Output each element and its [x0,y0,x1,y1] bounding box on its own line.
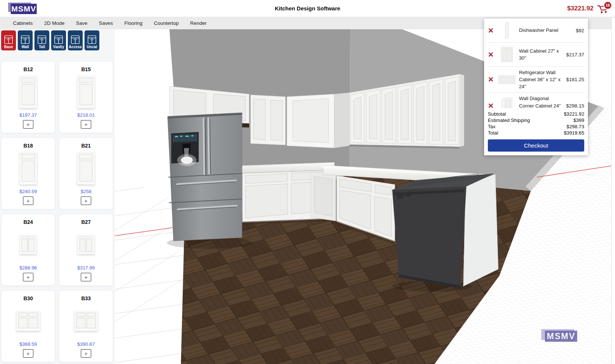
cabinet-icon [71,35,80,44]
water-dispenser [171,132,199,166]
canvas-scrollbar[interactable] [611,18,615,364]
remove-item-icon[interactable]: ✕ [488,50,495,59]
category-access[interactable]: Access [68,30,83,50]
category-uncat[interactable]: Uncat [85,30,99,50]
cabinet-icon [54,35,63,44]
cart-item-name: Wall Cabinet 27" x 30" [519,47,563,62]
cabinet-icon [87,35,96,44]
cabinet-price: $240.59 [20,189,37,194]
menu-item-cabinets[interactable]: Cabinets [13,20,33,26]
catalog-card-b18: B18 $240.59 + [1,138,55,209]
cart-item-thumbnail [498,97,516,108]
cabinet-price: $218.01 [77,112,95,118]
cabinet-thumbnail [74,311,98,331]
catalog-card-b30: B30 $369.59 + [1,290,55,362]
summary-label: Subtotal [488,111,506,117]
cabinet-icon [4,35,13,44]
category-tabs: Base Wall Tall Vanity Access Uncat [1,30,99,50]
menu-item-countertop[interactable]: Countertop [154,20,179,26]
cart-item-price: $217.37 [566,52,584,57]
cart-item-thumbnail [498,22,516,39]
dishwasher[interactable] [392,173,498,292]
cabinet-thumbnail [20,235,37,254]
cabinet-price: $197.37 [20,112,37,118]
add-to-cart-button[interactable]: + [23,349,33,358]
remove-item-icon[interactable]: ✕ [488,75,495,84]
add-to-cart-button[interactable]: + [81,196,91,205]
kitchen-design-app: MSMV MSMV Kitchen Design Software $3221.… [0,0,615,364]
cabinet-price: $288.96 [20,265,37,271]
add-to-cart-button[interactable]: + [81,120,91,129]
menu-item-flooring[interactable]: Flooring [124,20,142,26]
summary-label: Estimated Shipping [488,117,530,123]
cabinet-thumbnail [77,76,95,108]
add-to-cart-button[interactable]: + [81,349,91,358]
cabinet-name: B24 [23,219,33,225]
menu-item-render[interactable]: Render [190,20,206,26]
cart-item-row: ✕ Refrigerator Wall Cabinet 36" x 12" x … [488,67,584,93]
watermark-logo: MSMV [541,329,577,342]
wall-diagonal-corner-cabinet[interactable] [287,93,350,148]
category-wall[interactable]: Wall [18,30,33,50]
cart-item-thumbnail [498,46,516,63]
add-to-cart-button[interactable]: + [23,273,33,281]
wall-cabinets-left[interactable] [251,95,285,145]
cabinet-thumbnail [19,76,37,108]
menu-item-2d-mode[interactable]: 2D Mode [44,20,65,26]
cart-item-name: Refrigerator Wall Cabinet 36" x 12" x 24… [519,69,563,90]
cart-item-price: $181.25 [566,77,584,82]
catalog-card-b15: B15 $218.01 + [59,61,113,133]
cart-icon[interactable]: 16 [597,3,609,14]
cabinet-name: B33 [81,295,91,301]
cart-count-badge: 16 [604,1,612,10]
summary-value: $3919.65 [564,130,584,136]
catalog-sidebar: Base Wall Tall Vanity Access Uncat [0,29,115,364]
summary-label: Total [488,130,498,136]
category-vanity[interactable]: Vanity [51,30,66,50]
cabinet-name: B18 [23,143,33,149]
cabinet-icon [21,35,30,44]
catalog-card-b12: B12 $197.37 + [1,61,55,133]
cabinet-name: B30 [23,295,33,301]
cart-item-name: Dishwasher Panel [519,27,573,34]
cart-summary[interactable]: $3221.92 16 [567,0,609,17]
cabinet-thumbnail [16,311,40,331]
menu-item-save[interactable]: Save [76,20,87,26]
checkout-button[interactable]: Checkout [488,139,584,152]
remove-item-icon[interactable]: ✕ [488,26,495,35]
add-to-cart-button[interactable]: + [23,196,33,205]
cabinet-price: $317.99 [77,265,95,271]
summary-value: $3221.92 [564,111,584,117]
cart-item-row: ✕ Wall Diagonal Corner Cabinet 24" x 30"… [488,93,584,108]
summary-value: $399 [573,117,584,123]
catalog-card-b21: B21 $258 + [59,138,113,209]
cabinet-thumbnail [77,235,95,254]
watermark-logo-text: MSMV [545,331,577,342]
add-to-cart-button[interactable]: + [81,273,91,281]
cart-items-list: ✕ Dishwasher Panel $92 ✕ Wall Cabinet 27… [488,19,584,108]
summary-label: Tax [488,123,496,130]
cart-item-row: ✕ Dishwasher Panel $92 [488,19,584,43]
page-title: Kitchen Design Software [0,0,615,17]
cart-item-price: $92 [576,28,584,33]
cart-dropdown: ✕ Dishwasher Panel $92 ✕ Wall Cabinet 27… [484,19,588,155]
dishwasher-panel-3d[interactable] [463,174,498,286]
add-to-cart-button[interactable]: + [23,120,33,129]
cabinet-thumbnail [19,152,37,185]
cabinet-icon [37,35,46,44]
menu-item-saves[interactable]: Saves [99,20,113,26]
remove-item-icon[interactable]: ✕ [488,102,495,108]
cart-item-price: $298.15 [566,103,584,108]
cart-item-name: Wall Diagonal Corner Cabinet 24" x 30" [519,95,563,108]
top-bar: MSMV Kitchen Design Software $3221.92 16 [0,0,615,17]
cabinet-price: $258 [81,189,92,194]
catalog-card-b24: B24 $288.96 + [1,214,55,286]
corner-base-cabinet[interactable] [311,171,336,221]
cabinet-name: B21 [81,143,91,149]
cart-item-thumbnail [498,74,516,85]
refrigerator[interactable] [167,113,252,249]
catalog-card-b33: B33 $390.87 + [59,290,113,362]
category-tall[interactable]: Tall [34,30,49,50]
cabinet-price: $390.87 [77,341,95,347]
category-base[interactable]: Base [1,30,16,50]
